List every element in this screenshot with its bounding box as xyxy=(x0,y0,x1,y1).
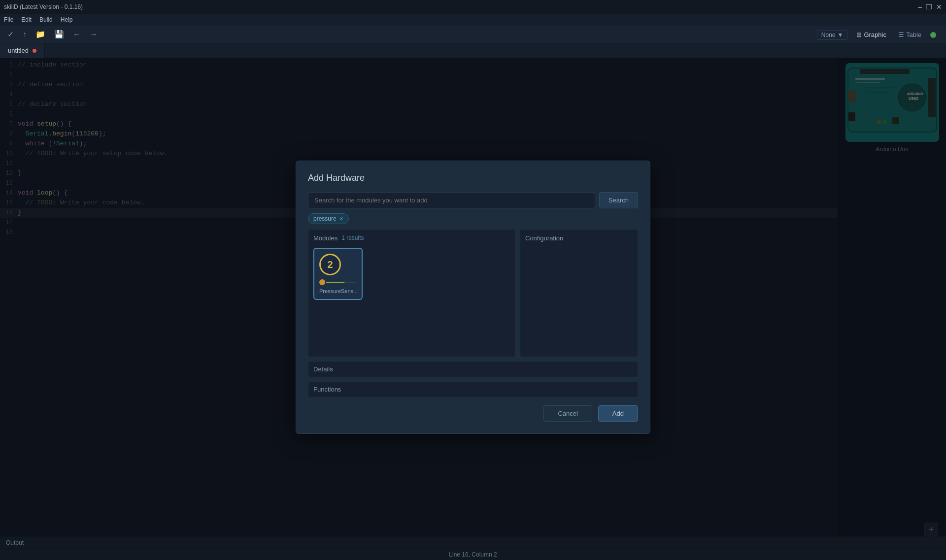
modal-actions: Cancel Add xyxy=(308,405,638,422)
status-dot-icon xyxy=(930,32,936,38)
modules-label: Modules xyxy=(313,234,338,242)
search-row: Search xyxy=(308,192,638,208)
tag-remove-btn[interactable]: × xyxy=(339,215,343,223)
functions-pane: Functions xyxy=(308,381,638,397)
add-hardware-modal: Add Hardware Search pressure × Modules 1… xyxy=(296,161,650,434)
tab-bar: untitled xyxy=(0,43,946,58)
tab-label: untitled xyxy=(8,47,29,54)
cursor-position: Line 16, Column 2 xyxy=(449,551,497,558)
table-view-btn[interactable]: ☰ Table xyxy=(895,30,924,40)
output-bar: Output xyxy=(0,536,946,548)
main-area: 1 // include section 2 3 // define secti… xyxy=(0,58,946,536)
table-lines-icon: ☰ xyxy=(898,31,904,38)
graphic-view-btn[interactable]: ⊞ Graphic xyxy=(853,30,889,40)
add-button[interactable]: Add xyxy=(598,405,638,422)
modules-header: Modules 1 results xyxy=(313,234,510,242)
modules-pane: Modules 1 results 2 PressureSens... xyxy=(308,229,516,357)
title-bar-controls[interactable]: – ❐ ✕ xyxy=(918,3,942,11)
functions-label: Functions xyxy=(313,386,341,393)
menu-bar: File Edit Build Help xyxy=(0,14,946,26)
restore-btn[interactable]: ❐ xyxy=(926,3,932,11)
table-label: Table xyxy=(906,31,921,38)
configuration-pane: Configuration xyxy=(520,229,638,357)
cancel-button[interactable]: Cancel xyxy=(543,405,592,422)
none-dropdown[interactable]: None ▼ xyxy=(817,30,848,40)
details-label: Details xyxy=(313,365,333,373)
menu-edit[interactable]: Edit xyxy=(21,16,32,23)
close-btn[interactable]: ✕ xyxy=(936,3,942,11)
menu-build[interactable]: Build xyxy=(39,16,53,23)
tab-untitled[interactable]: untitled xyxy=(0,43,45,58)
configuration-header: Configuration xyxy=(525,234,633,246)
graphic-grid-icon: ⊞ xyxy=(856,31,862,38)
app-title: skiiiD (Latest Version - 0.1.16) xyxy=(4,3,83,10)
modules-config-area: Modules 1 results 2 PressureSens... xyxy=(308,229,638,357)
toolbar-undo[interactable]: ← xyxy=(70,29,83,40)
toolbar-up[interactable]: ↑ xyxy=(20,29,29,40)
menu-help[interactable]: Help xyxy=(61,16,73,23)
toolbar-save[interactable]: 💾 xyxy=(52,29,67,40)
module-slider xyxy=(319,279,357,285)
module-card-pressure[interactable]: 2 PressureSens... xyxy=(313,248,363,300)
module-number: 2 xyxy=(327,259,333,270)
minimize-btn[interactable]: – xyxy=(918,3,922,11)
module-number-circle: 2 xyxy=(319,254,341,275)
tab-modified-dot xyxy=(33,49,36,53)
pressure-tag: pressure × xyxy=(308,213,349,224)
results-count: 1 results xyxy=(341,234,364,242)
toolbar-open[interactable]: 📁 xyxy=(33,29,48,40)
none-label: None xyxy=(821,32,836,38)
modal-overlay: Add Hardware Search pressure × Modules 1… xyxy=(0,58,946,536)
toolbar: ✓ ↑ 📁 💾 ← → xyxy=(0,26,946,43)
tag-label: pressure xyxy=(313,215,337,222)
module-name: PressureSens... xyxy=(319,288,357,294)
slider-track xyxy=(326,282,357,283)
modal-title: Add Hardware xyxy=(308,173,638,183)
toolbar-check[interactable]: ✓ xyxy=(5,29,16,40)
toolbar-redo[interactable]: → xyxy=(87,29,100,40)
title-bar: skiiiD (Latest Version - 0.1.16) – ❐ ✕ xyxy=(0,0,946,14)
status-bar: Line 16, Column 2 xyxy=(0,548,946,560)
slider-knob-icon xyxy=(319,279,325,285)
search-button[interactable]: Search xyxy=(599,192,638,208)
graphic-label: Graphic xyxy=(864,31,886,38)
details-pane: Details xyxy=(308,361,638,377)
menu-file[interactable]: File xyxy=(4,16,13,23)
search-input[interactable] xyxy=(308,192,595,208)
title-bar-left: skiiiD (Latest Version - 0.1.16) xyxy=(4,3,83,10)
view-toggle: None ▼ ⊞ Graphic ☰ Table xyxy=(817,30,936,40)
dropdown-arrow-icon: ▼ xyxy=(838,32,844,38)
output-label: Output xyxy=(6,539,24,546)
